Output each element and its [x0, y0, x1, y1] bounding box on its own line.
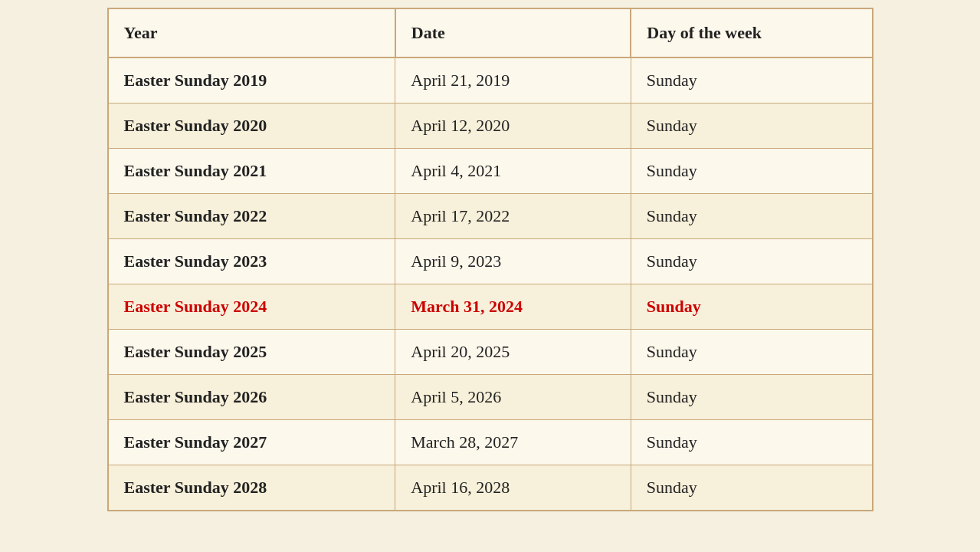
- cell-year-2025: Easter Sunday 2025: [109, 330, 395, 375]
- cell-date-2024: March 31, 2024: [395, 284, 631, 330]
- cell-date-2019: April 21, 2019: [395, 58, 631, 104]
- cell-day-2024: Sunday: [631, 284, 871, 330]
- table-row: Easter Sunday 2026April 5, 2026Sunday: [109, 375, 872, 420]
- table-row: Easter Sunday 2027March 28, 2027Sunday: [109, 420, 872, 465]
- cell-year-2028: Easter Sunday 2028: [109, 465, 395, 511]
- header-date: Date: [395, 9, 631, 58]
- cell-year-2024: Easter Sunday 2024: [109, 284, 395, 330]
- cell-year-2019: Easter Sunday 2019: [109, 58, 395, 104]
- cell-day-2022: Sunday: [631, 194, 871, 239]
- cell-date-2023: April 9, 2023: [395, 239, 631, 284]
- cell-year-2022: Easter Sunday 2022: [109, 194, 395, 239]
- table-row: Easter Sunday 2023April 9, 2023Sunday: [109, 239, 872, 284]
- table-header-row: Year Date Day of the week: [109, 9, 872, 58]
- cell-date-2025: April 20, 2025: [395, 330, 631, 375]
- cell-day-2019: Sunday: [631, 58, 871, 104]
- cell-date-2021: April 4, 2021: [395, 149, 631, 194]
- table-container: Year Date Day of the week Easter Sunday …: [107, 8, 873, 511]
- cell-year-2020: Easter Sunday 2020: [109, 104, 395, 149]
- table-row: Easter Sunday 2021April 4, 2021Sunday: [109, 149, 872, 194]
- cell-day-2026: Sunday: [631, 375, 871, 420]
- table-row: Easter Sunday 2019April 21, 2019Sunday: [109, 58, 872, 104]
- cell-year-2023: Easter Sunday 2023: [109, 239, 395, 284]
- easter-table: Year Date Day of the week Easter Sunday …: [109, 9, 872, 510]
- header-day: Day of the week: [631, 9, 871, 58]
- table-row: Easter Sunday 2028April 16, 2028Sunday: [109, 465, 872, 511]
- cell-day-2021: Sunday: [631, 149, 871, 194]
- table-row: Easter Sunday 2024March 31, 2024Sunday: [109, 284, 872, 330]
- cell-date-2020: April 12, 2020: [395, 104, 631, 149]
- cell-date-2027: March 28, 2027: [395, 420, 631, 465]
- cell-day-2025: Sunday: [631, 330, 871, 375]
- cell-day-2023: Sunday: [631, 239, 871, 284]
- cell-date-2026: April 5, 2026: [395, 375, 631, 420]
- cell-date-2028: April 16, 2028: [395, 465, 631, 511]
- cell-date-2022: April 17, 2022: [395, 194, 631, 239]
- cell-year-2021: Easter Sunday 2021: [109, 149, 395, 194]
- header-year: Year: [109, 9, 395, 58]
- cell-year-2027: Easter Sunday 2027: [109, 420, 395, 465]
- table-row: Easter Sunday 2020April 12, 2020Sunday: [109, 104, 872, 149]
- cell-day-2020: Sunday: [631, 104, 871, 149]
- cell-day-2028: Sunday: [631, 465, 871, 511]
- cell-day-2027: Sunday: [631, 420, 871, 465]
- cell-year-2026: Easter Sunday 2026: [109, 375, 395, 420]
- table-row: Easter Sunday 2025April 20, 2025Sunday: [109, 330, 872, 375]
- table-row: Easter Sunday 2022April 17, 2022Sunday: [109, 194, 872, 239]
